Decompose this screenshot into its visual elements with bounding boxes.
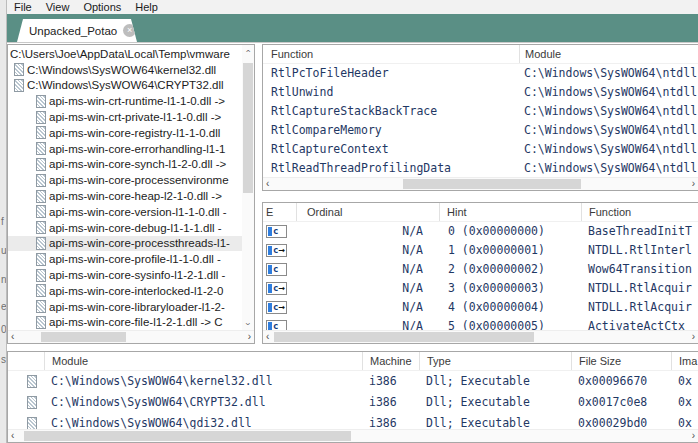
exports-header: E Ordinal Hint Function: [263, 203, 698, 222]
tree-item[interactable]: api-ms-win-core-processenvironme: [8, 172, 254, 188]
import-row[interactable]: RtlCompareMemoryC:\Windows\SysWOW64\ntdl…: [263, 121, 698, 140]
module-row[interactable]: C:\Windows\SysWOW64\gdi32.dll i386 Dll; …: [8, 413, 698, 429]
export-row[interactable]: c→ N/A 1 (0x00000001) NTDLL.RtlInterl: [263, 241, 698, 260]
tree-item[interactable]: api-ms-win-core-file-l1-2-1.dll -> C: [8, 315, 254, 330]
exports-hscroll-thumb[interactable]: [274, 332, 534, 342]
module-doc-icon: [36, 221, 46, 234]
tree-vertical-scrollbar[interactable]: › ›: [242, 45, 254, 330]
scroll-left-icon[interactable]: ‹: [11, 430, 14, 442]
tree-item[interactable]: C:\Windows\SysWOW64\kernel32.dll: [8, 62, 254, 78]
tab-unpacked-potao[interactable]: Unpacked_Potao ×: [17, 19, 137, 42]
column-header-file-size[interactable]: File Size: [571, 352, 671, 370]
tree-item[interactable]: api-ms-win-core-profile-l1-1-0.dll -: [8, 251, 254, 267]
modules-hscroll-thumb[interactable]: [24, 431, 351, 441]
menu-bar: File View Options Help: [7, 0, 698, 14]
tree-item-label: C:\Windows\SysWOW64\kernel32.dll: [27, 64, 216, 76]
tree-item-label: api-ms-win-core-libraryloader-l1-2-: [49, 301, 225, 313]
scroll-down-icon[interactable]: ›: [243, 318, 253, 330]
column-header-type[interactable]: Type: [419, 352, 571, 370]
export-row[interactable]: c N/A 2 (0x00000002) Wow64Transition: [263, 260, 698, 279]
tree-item-label: C:\Windows\SysWOW64\CRYPT32.dll: [27, 79, 224, 91]
scroll-left-icon[interactable]: ‹: [11, 331, 14, 343]
tree-vscroll-thumb[interactable]: [243, 63, 253, 193]
tree-item[interactable]: api-ms-win-core-libraryloader-l1-2-: [8, 299, 254, 315]
scroll-up-icon[interactable]: ›: [243, 45, 253, 57]
column-header-module[interactable]: Module: [44, 352, 362, 370]
column-header-image-base[interactable]: Ima: [671, 352, 698, 370]
imports-hscroll-thumb[interactable]: [403, 179, 581, 189]
export-row[interactable]: c→ N/A 3 (0x00000003) NTDLL.RtlAcquir: [263, 279, 698, 298]
tree-item-label: api-ms-win-crt-runtime-l1-1-0.dll ->: [49, 95, 225, 107]
module-doc-icon: [27, 396, 37, 409]
tree-item[interactable]: api-ms-win-core-registry-l1-1-0.dll: [8, 125, 254, 141]
scroll-left-icon[interactable]: ‹: [266, 331, 269, 343]
tree-horizontal-scrollbar[interactable]: ‹ ›: [8, 330, 254, 343]
modules-horizontal-scrollbar[interactable]: ‹ ›: [8, 429, 698, 442]
module-doc-icon: [36, 253, 46, 266]
clipped-text-fragment: u: [1, 245, 7, 256]
export-hint: 4 (0x00000004): [448, 298, 545, 317]
scroll-right-icon[interactable]: ›: [692, 178, 695, 190]
imports-header: Function Module: [263, 45, 698, 64]
column-header-e[interactable]: E: [263, 203, 296, 221]
scroll-right-icon[interactable]: ›: [248, 331, 251, 343]
import-row[interactable]: RtlUnwindC:\Windows\SysWOW64\ntdll: [263, 83, 698, 102]
export-function: NTDLL.RtlInterl: [588, 241, 692, 260]
tree-item[interactable]: api-ms-win-core-interlocked-l1-2-0: [8, 283, 254, 299]
export-row[interactable]: c N/A 0 (0x00000000) BaseThreadInitT: [263, 222, 698, 241]
modules-panel: Module Machine Type File Size Ima C:\Win…: [7, 351, 698, 443]
module-doc-icon: [27, 417, 37, 429]
module-row[interactable]: C:\Windows\SysWOW64\CRYPT32.dll i386 Dll…: [8, 392, 698, 413]
tree-item[interactable]: C:\Windows\SysWOW64\CRYPT32.dll: [8, 78, 254, 94]
module-doc-icon: [14, 79, 24, 92]
import-row[interactable]: RtlPcToFileHeaderC:\Windows\SysWOW64\ntd…: [263, 64, 698, 83]
module-image-base: 0x: [678, 392, 692, 413]
export-hint: 5 (0x00000005): [448, 317, 545, 330]
column-header-function[interactable]: Function: [581, 203, 698, 221]
module-row[interactable]: C:\Windows\SysWOW64\kernel32.dll i386 Dl…: [8, 371, 698, 392]
scroll-left-icon[interactable]: ‹: [266, 178, 269, 190]
menu-help[interactable]: Help: [128, 0, 165, 14]
menu-file[interactable]: File: [7, 0, 39, 14]
menu-view[interactable]: View: [39, 0, 77, 14]
exports-horizontal-scrollbar[interactable]: ‹ ›: [263, 330, 698, 343]
tree-item[interactable]: api-ms-win-core-debug-l1-1-1.dll -: [8, 220, 254, 236]
module-doc-icon: [27, 375, 37, 388]
tree-item[interactable]: api-ms-win-core-heap-l2-1-0.dll ->: [8, 188, 254, 204]
export-row[interactable]: c→ N/A 4 (0x00000004) NTDLL.RtlAcquir: [263, 298, 698, 317]
tab-close-icon[interactable]: ×: [123, 24, 136, 37]
module-doc-icon: [36, 126, 46, 139]
import-function: RtlCaptureContext: [271, 140, 389, 159]
imports-horizontal-scrollbar[interactable]: ‹ ›: [263, 177, 698, 190]
tree-item-root[interactable]: C:\Users\Joe\AppData\Local\Temp\vmware: [8, 46, 254, 62]
column-header-hint[interactable]: Hint: [439, 203, 581, 221]
column-header-function[interactable]: Function: [263, 45, 519, 63]
module-doc-icon: [36, 284, 46, 297]
scroll-right-icon[interactable]: ›: [692, 331, 695, 343]
module-doc-icon: [14, 63, 24, 76]
scroll-right-icon[interactable]: ›: [692, 430, 695, 442]
tree-item[interactable]: api-ms-win-crt-runtime-l1-1-0.dll ->: [8, 93, 254, 109]
module-doc-icon: [36, 142, 46, 155]
column-header-module[interactable]: Module: [519, 45, 698, 63]
import-row[interactable]: RtlCaptureContextC:\Windows\SysWOW64\ntd…: [263, 140, 698, 159]
export-function: ActivateActCtx: [588, 317, 685, 330]
import-module: C:\Windows\SysWOW64\ntdll: [524, 83, 697, 102]
import-row[interactable]: RtlCaptureStackBackTraceC:\Windows\SysWO…: [263, 102, 698, 121]
modules-list: C:\Windows\SysWOW64\kernel32.dll i386 Dl…: [8, 371, 698, 429]
tree-hscroll-thumb[interactable]: [41, 332, 126, 342]
export-hint: 1 (0x00000001): [448, 241, 545, 260]
column-header-machine[interactable]: Machine: [362, 352, 419, 370]
tree-item[interactable]: api-ms-win-crt-private-l1-1-0.dll ->: [8, 109, 254, 125]
export-ordinal: N/A: [296, 317, 423, 330]
tree-item[interactable]: api-ms-win-core-version-l1-1-0.dll -: [8, 204, 254, 220]
tree-item[interactable]: api-ms-win-core-errorhandling-l1-1: [8, 141, 254, 157]
tree-item-selected[interactable]: api-ms-win-core-processthreads-l1-: [8, 236, 254, 252]
tree-item[interactable]: api-ms-win-core-synch-l1-2-0.dll ->: [8, 157, 254, 173]
import-row[interactable]: RtlReadThreadProfilingDataC:\Windows\Sys…: [263, 159, 698, 177]
menu-options[interactable]: Options: [76, 0, 128, 14]
tree-item-label: api-ms-win-core-debug-l1-1-1.dll -: [49, 222, 222, 234]
export-row[interactable]: c N/A 5 (0x00000005) ActivateActCtx: [263, 317, 698, 330]
column-header-ordinal[interactable]: Ordinal: [296, 203, 439, 221]
tree-item[interactable]: api-ms-win-core-sysinfo-l1-2-1.dll -: [8, 267, 254, 283]
